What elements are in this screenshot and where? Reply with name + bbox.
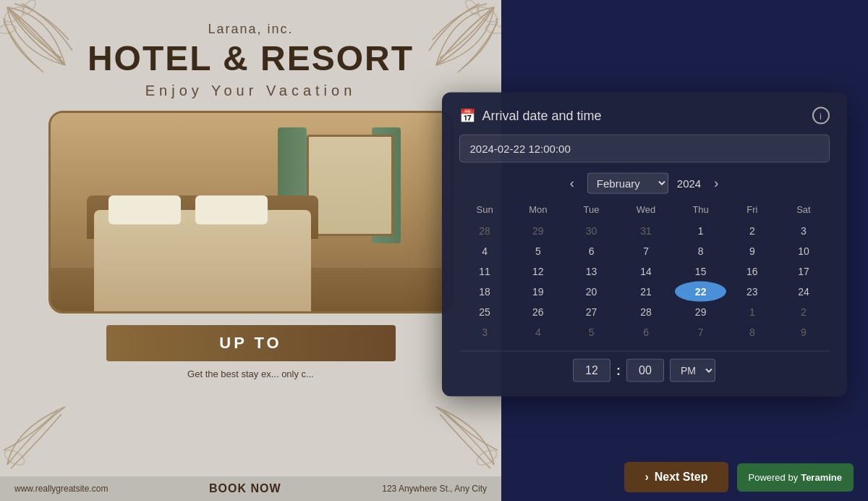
next-arrow-icon: › [644, 471, 648, 484]
info-icon[interactable]: i [812, 107, 830, 125]
am-pm-select[interactable]: AM PM [670, 359, 715, 382]
powered-by-label: Powered by [749, 472, 799, 483]
arrival-date-modal: 📅 Arrival date and time i ‹ January Febr… [442, 93, 847, 397]
hotel-subtitle: Enjoy Your Vacation [0, 83, 501, 99]
cal-day[interactable]: 4 [459, 241, 511, 261]
hotel-header: Larana, inc. HOTEL & RESORT Enjoy Your V… [0, 0, 501, 99]
info-symbol: i [820, 110, 822, 121]
modal-title: Arrival date and time [482, 108, 602, 123]
cal-day: 9 [778, 322, 829, 342]
cal-day: 6 [617, 322, 675, 342]
cal-day[interactable]: 25 [459, 302, 511, 322]
cal-day[interactable]: 3 [778, 221, 829, 241]
cal-day[interactable]: 18 [459, 282, 511, 302]
cal-day[interactable]: 11 [459, 261, 511, 282]
calendar-icon: 📅 [459, 108, 475, 124]
cal-day[interactable]: 5 [511, 241, 566, 261]
cal-day[interactable]: 12 [511, 261, 566, 282]
up-to-text: UP TO [219, 334, 281, 352]
cal-day: 28 [459, 221, 511, 241]
footer-address: 123 Anywhere St., Any City [382, 484, 487, 494]
hotel-footer: www.reallygreatsite.com BOOK NOW 123 Any… [0, 476, 501, 501]
cal-day-header-mon: Mon [511, 201, 566, 221]
bottom-action-bar: › Next Step Powered by Teramine [610, 453, 868, 501]
date-time-input[interactable] [459, 135, 830, 163]
cal-day[interactable]: 27 [566, 302, 617, 322]
next-month-button[interactable]: › [710, 174, 723, 193]
cal-day[interactable]: 26 [511, 302, 566, 322]
cal-day[interactable]: 28 [617, 302, 675, 322]
cal-day[interactable]: 7 [617, 241, 675, 261]
cal-day: 4 [511, 322, 566, 342]
cal-day[interactable]: 14 [617, 261, 675, 282]
cal-day[interactable]: 2 [726, 221, 778, 241]
cal-day[interactable]: 16 [726, 261, 778, 282]
cal-day[interactable]: 10 [778, 241, 829, 261]
minute-input[interactable] [626, 359, 664, 382]
cal-day[interactable]: 20 [566, 282, 617, 302]
modal-header: 📅 Arrival date and time i [459, 107, 830, 125]
calendar-grid: SunMonTueWedThuFriSat 282930311234567891… [459, 201, 830, 342]
cal-day-header-fri: Fri [726, 201, 778, 221]
cal-day[interactable]: 15 [675, 261, 726, 282]
footer-book-now: BOOK NOW [209, 482, 281, 495]
cal-day-header-tue: Tue [566, 201, 617, 221]
cal-day[interactable]: 9 [726, 241, 778, 261]
hotel-room-image [48, 111, 454, 313]
footer-website: www.reallygreatsite.com [14, 484, 108, 494]
cal-day[interactable]: 19 [511, 282, 566, 302]
time-separator: : [616, 363, 621, 378]
cal-day: 3 [459, 322, 511, 342]
cal-day[interactable]: 17 [778, 261, 829, 282]
cal-day-header-sat: Sat [778, 201, 829, 221]
cal-day-header-wed: Wed [617, 201, 675, 221]
modal-title-group: 📅 Arrival date and time [459, 108, 602, 124]
cal-day: 2 [778, 302, 829, 322]
cal-day: 5 [566, 322, 617, 342]
powered-by-badge: Powered by Teramine [737, 463, 854, 492]
cal-day: 1 [726, 302, 778, 322]
calendar-navigation: ‹ January February March April May June … [459, 173, 830, 194]
next-step-button[interactable]: › Next Step [624, 462, 728, 492]
hour-input[interactable] [573, 359, 610, 382]
cal-day[interactable]: 8 [675, 241, 726, 261]
cal-day: 31 [617, 221, 675, 241]
cal-day[interactable]: 21 [617, 282, 675, 302]
time-selector: : AM PM [459, 351, 830, 382]
tagline-text: Get the best stay ex... [187, 369, 278, 379]
prev-month-button[interactable]: ‹ [566, 174, 579, 193]
cal-day: 8 [726, 322, 778, 342]
cal-day: 29 [511, 221, 566, 241]
cal-day[interactable]: 24 [778, 282, 829, 302]
booking-panel: 📅 Arrival date and time i ‹ January Febr… [501, 0, 868, 501]
cal-day[interactable]: 13 [566, 261, 617, 282]
cal-day[interactable]: 1 [675, 221, 726, 241]
leaf-bottom-left-decoration [0, 400, 72, 472]
tagline-text-2: only c... [281, 369, 314, 379]
hotel-branding-panel: Larana, inc. HOTEL & RESORT Enjoy Your V… [0, 0, 501, 501]
month-select[interactable]: January February March April May June Ju… [587, 173, 668, 194]
cal-day: 7 [675, 322, 726, 342]
cal-day[interactable]: 23 [726, 282, 778, 302]
hotel-title: HOTEL & RESORT [0, 40, 501, 78]
powered-by-brand: Teramine [801, 472, 842, 483]
cal-day-header-sun: Sun [459, 201, 511, 221]
hotel-tagline: Get the best stay ex... only c... [0, 367, 501, 382]
cal-day[interactable]: 29 [675, 302, 726, 322]
hotel-company-name: Larana, inc. [0, 22, 501, 37]
next-step-label: Next Step [655, 471, 708, 484]
cal-day-header-thu: Thu [675, 201, 726, 221]
cal-day[interactable]: 6 [566, 241, 617, 261]
leaf-bottom-right-decoration [429, 400, 501, 472]
up-to-banner: UP TO [106, 325, 396, 361]
cal-day: 30 [566, 221, 617, 241]
calendar-year: 2024 [677, 177, 701, 190]
cal-day[interactable]: 22 [675, 282, 726, 302]
